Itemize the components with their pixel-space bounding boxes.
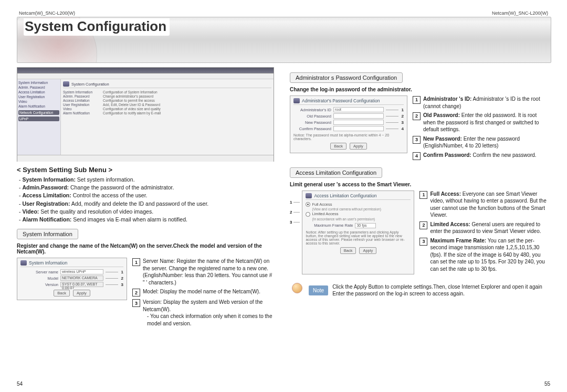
right-column: Administrator s Password Configuration C… [290, 67, 550, 329]
sysinfo-twocol: System Information Server namewireless U… [17, 258, 274, 329]
access-panel-title: Access Limitation Configuration [314, 193, 376, 198]
note-character-icon [290, 282, 304, 299]
sysinfo-panel: System Information Server namewireless U… [17, 258, 127, 300]
radio-icon [306, 202, 310, 207]
adminpw-desc: Change the log-in password of the admini… [290, 87, 550, 92]
config-icon [63, 81, 69, 87]
sysinfo-numlist: 1Server Name: Register the name of the N… [132, 258, 274, 327]
sysinfo-sub-note: - You can check information only when it… [143, 313, 274, 327]
adminpw-panel: Administrator's Password Configuration A… [290, 96, 407, 153]
access-desc: Limit general user 's access to the Smar… [290, 182, 550, 187]
panel-icon [293, 98, 300, 103]
mini-titlebar [17, 68, 274, 73]
sysinfo-desc: Register and change the name of the Netc… [17, 243, 274, 255]
back-button[interactable]: Back [330, 143, 346, 150]
access-numlist: 1Full Access: Everyone can see Smart Vie… [419, 190, 550, 273]
mini-side-item: Admin. Password [18, 85, 59, 90]
mini-side-item: Alarm Notification [18, 104, 59, 109]
banner-title: System Configuration [24, 18, 170, 36]
page: Netcam(W)_SNC-L200(W) Netcam(W)_SNC-L200… [0, 0, 567, 392]
banner: System Configuration [17, 17, 551, 63]
mini-addressbar [17, 73, 274, 79]
adminpw-label: Administrator s Password Configuration [290, 72, 403, 83]
page-number-left: 54 [17, 381, 23, 387]
left-column: System Information Admin. Password Acces… [17, 67, 274, 329]
note-bar: Note Click the Apply Button to complete … [290, 282, 550, 299]
mini-side-item: User Registration [18, 94, 59, 99]
columns: System Information Admin. Password Acces… [17, 67, 550, 329]
access-note: Notice: After setting up the parameters … [306, 230, 411, 245]
header-right: Netcam(W)_SNC-L200(W) [492, 10, 548, 16]
note-tag: Note [309, 285, 328, 295]
apply-button[interactable]: Apply [73, 290, 90, 296]
panel-icon [20, 260, 27, 266]
header-row: Netcam(W)_SNC-L200(W) Netcam(W)_SNC-L200… [17, 10, 550, 17]
note-text: Click the Apply Button to complete setti… [332, 283, 550, 298]
sysinfo-panel-title: System Information [29, 260, 67, 266]
access-panel: Access Limitation Configuration Full Acc… [302, 190, 414, 275]
submenu-title: < System Setting Sub Menu > [17, 166, 274, 174]
header-left: Netcam(W)_SNC-L200(W) [19, 10, 75, 16]
adminpw-numlist: 1Administrator 's ID: Administrator 's I… [413, 96, 550, 160]
mini-browser: System Information Admin. Password Acces… [17, 67, 274, 162]
mini-side-item: Video [18, 99, 59, 104]
mini-sidebar: System Information Admin. Password Acces… [17, 79, 61, 155]
adminpw-panel-title: Administrator's Password Configuration [302, 98, 380, 103]
adminpw-note: Notice: The password must be alpha-numer… [293, 133, 404, 141]
mini-side-button: UPnP [18, 116, 59, 121]
mini-statusbar [17, 155, 274, 162]
mini-side-item: System Information [18, 80, 59, 85]
access-label: Access Limitation Configuration [290, 167, 382, 178]
mini-side-item: Access Limitation [18, 90, 59, 94]
radio-icon [306, 212, 310, 217]
panel-icon [306, 193, 312, 198]
mini-side-button: Network Configuration [18, 110, 59, 115]
mini-main-title: System Configuration [71, 82, 109, 87]
apply-button[interactable]: Apply [359, 247, 376, 254]
sysinfo-label: System Information [17, 229, 78, 239]
back-button[interactable]: Back [340, 247, 356, 254]
mini-main: System Configuration System InformationC… [61, 79, 274, 155]
back-button[interactable]: Back [54, 290, 70, 296]
page-number-right: 55 [544, 381, 550, 387]
apply-button[interactable]: Apply [350, 143, 367, 150]
submenu-list: System Information: Set system informati… [17, 176, 274, 224]
